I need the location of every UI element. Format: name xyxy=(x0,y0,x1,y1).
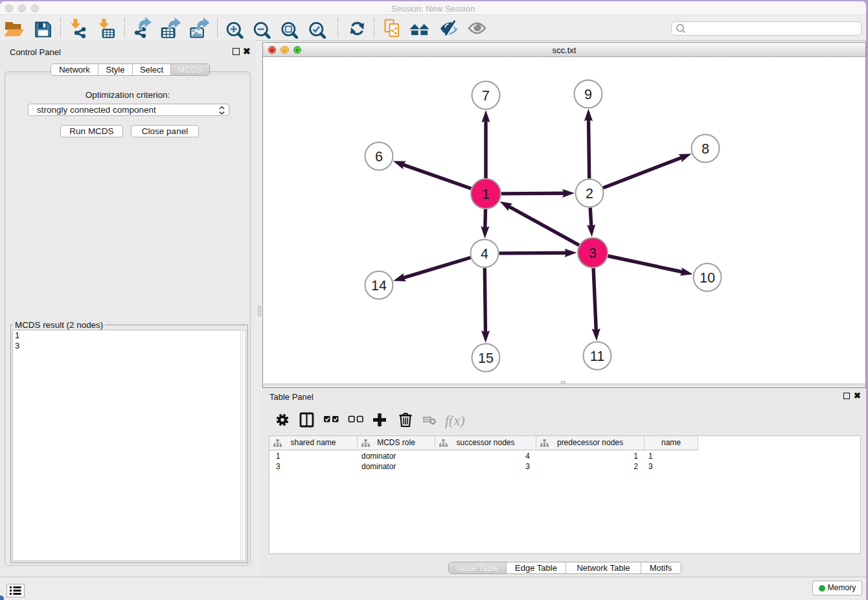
svg-text:7: 7 xyxy=(482,88,490,104)
svg-text:9: 9 xyxy=(584,87,592,102)
svg-text:11: 11 xyxy=(590,349,604,364)
svg-text:14: 14 xyxy=(371,278,387,294)
svg-text:6: 6 xyxy=(375,149,383,165)
svg-text:8: 8 xyxy=(702,141,709,157)
svg-text:1: 1 xyxy=(482,187,490,202)
svg-text:15: 15 xyxy=(478,351,494,366)
svg-text:10: 10 xyxy=(700,270,715,286)
svg-text:2: 2 xyxy=(586,186,593,202)
svg-text:f(x): f(x) xyxy=(445,412,465,428)
svg-text:3: 3 xyxy=(589,246,597,261)
svg-text:4: 4 xyxy=(481,246,488,262)
